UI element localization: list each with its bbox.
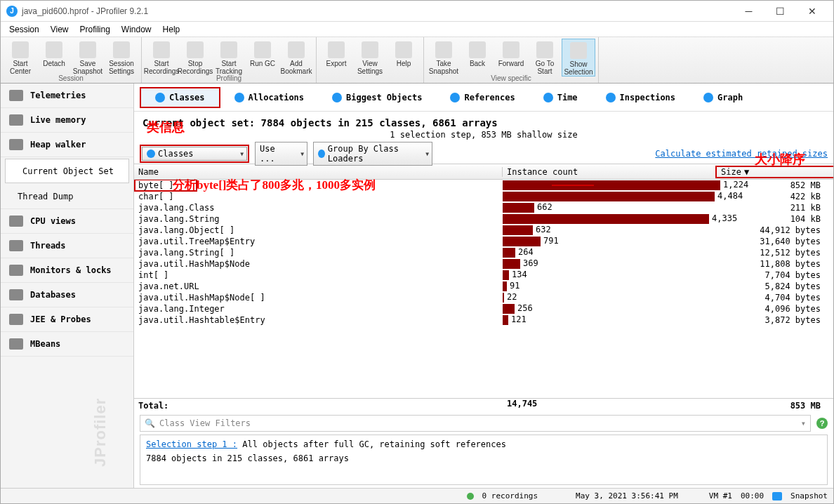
table-row[interactable]: byte[ ]1,224852 MB <box>134 180 833 191</box>
menu-view[interactable]: View <box>45 23 74 36</box>
tab-allocations[interactable]: Allocations <box>220 88 318 107</box>
show-selection-button[interactable]: Show Selection <box>562 39 595 77</box>
table-row[interactable]: java.lang.String[ ]26412,512 bytes <box>134 247 833 258</box>
take-snapshot-button[interactable]: Take Snapshot <box>427 39 461 75</box>
table-row[interactable]: java.util.HashMap$Node[ ]224,704 bytes <box>134 292 833 303</box>
table-row[interactable]: java.lang.Integer2564,096 bytes <box>134 303 833 314</box>
use-combo[interactable]: Use ... <box>255 142 307 166</box>
sidebar-item-databases[interactable]: Databases <box>1 283 133 307</box>
status-date: May 3, 2021 3:56:41 PM <box>576 491 678 500</box>
table-row[interactable]: java.lang.Object[ ]63244,912 bytes <box>134 225 833 236</box>
inspections-icon <box>606 93 616 102</box>
sidebar-item-heap-walker[interactable]: Heap walker <box>1 133 133 157</box>
minimize-button[interactable]: ─ <box>733 1 764 21</box>
heap-walker-icon <box>9 139 23 150</box>
save-snapshot-icon <box>79 41 96 58</box>
menubar: SessionViewProfilingWindowHelp <box>1 22 833 37</box>
sidebar-item-live-memory[interactable]: Live memory <box>1 108 133 133</box>
app-icon: J <box>6 6 18 17</box>
graph-icon <box>703 93 713 102</box>
col-size[interactable]: Size▼ <box>717 167 833 177</box>
group-by-classloaders-button[interactable]: Group By Class Loaders <box>313 142 432 166</box>
dropdown-icon: ▾ <box>801 418 806 428</box>
start-tracking-button[interactable]: Start Tracking <box>212 39 246 75</box>
calculate-retained-link[interactable]: Calculate estimated retained sizes <box>655 149 828 159</box>
tab-references[interactable]: References <box>436 88 529 107</box>
recordings-count: 0 recordings <box>482 491 538 500</box>
view-settings-button[interactable]: View Settings <box>353 39 387 75</box>
menu-window[interactable]: Window <box>116 23 157 36</box>
tab-biggest-objects[interactable]: Biggest Objects <box>318 88 436 107</box>
export-button[interactable]: Export <box>319 39 353 67</box>
help-icon <box>395 41 412 58</box>
close-button[interactable]: ✕ <box>796 1 828 21</box>
object-set-heading: Current object set: 7884 objects in 215 … <box>134 112 833 128</box>
tab-graph[interactable]: Graph <box>689 88 757 107</box>
cpu-views-icon <box>9 215 23 227</box>
help-icon[interactable]: ? <box>816 418 828 429</box>
start-center-icon <box>12 41 29 58</box>
detach-button[interactable]: Detach <box>37 39 71 67</box>
table-footer: Total: 14,745 853 MB <box>134 398 833 412</box>
col-instance-count[interactable]: Instance count <box>503 167 717 177</box>
go-to-start-icon <box>536 41 553 58</box>
table-row[interactable]: java.net.URL915,824 bytes <box>134 281 833 292</box>
back-button[interactable]: Back <box>461 39 494 67</box>
sidebar-item-cpu-views[interactable]: CPU views <box>1 209 133 234</box>
snapshot-icon <box>772 492 782 500</box>
table-row[interactable]: char[ ]4,484422 kB <box>134 191 833 202</box>
save-snapshot-button[interactable]: Save Snapshot <box>71 39 105 75</box>
classes-combo[interactable]: Classes <box>142 147 247 161</box>
sidebar-item-current-object-set[interactable]: Current Object Set <box>5 159 129 183</box>
run-gc-button[interactable]: Run GC <box>246 39 279 67</box>
table-row[interactable]: int[ ]1347,704 bytes <box>134 270 833 281</box>
go-to-start-button[interactable]: Go To Start <box>528 39 562 75</box>
menu-session[interactable]: Session <box>4 23 45 36</box>
tab-classes[interactable]: Classes <box>140 87 220 108</box>
subtabs: ClassesAllocationsBiggest ObjectsReferen… <box>134 84 833 112</box>
biggest-objects-icon <box>332 93 342 102</box>
class-view-filter[interactable]: 🔍 Class View Filters ▾ <box>140 415 811 432</box>
table-row[interactable]: java.util.Hashtable$Entry1213,872 bytes <box>134 314 833 326</box>
menu-help[interactable]: Help <box>157 23 186 36</box>
time-icon <box>543 93 553 102</box>
maximize-button[interactable]: ☐ <box>764 1 796 21</box>
stop-recordings-button[interactable]: Stop Recordings <box>178 39 212 75</box>
sidebar-item-jee-probes[interactable]: JEE & Probes <box>1 307 133 332</box>
jee-probes-icon <box>9 314 23 325</box>
help-button[interactable]: Help <box>387 39 421 67</box>
back-icon <box>469 41 486 58</box>
mbeans-icon <box>9 338 23 350</box>
sidebar-item-monitors-locks[interactable]: Monitors & locks <box>1 258 133 283</box>
sidebar-item-threads[interactable]: Threads <box>1 234 133 258</box>
table-row[interactable]: java.lang.String4,335104 kB <box>134 213 833 225</box>
status-snapshot: Snapshot <box>790 491 828 500</box>
add-bookmark-icon <box>288 41 305 58</box>
table-row[interactable]: java.lang.Class662211 kB <box>134 202 833 213</box>
sidebar: TelemetriesLive memoryHeap walkerCurrent… <box>1 84 134 488</box>
start-recordings-button[interactable]: Start Recordings <box>145 39 178 75</box>
sidebar-item-mbeans[interactable]: MBeans <box>1 332 133 357</box>
forward-button[interactable]: Forward <box>494 39 528 67</box>
object-set-subheading: 1 selection step, 853 MB shallow size <box>134 128 833 144</box>
recording-indicator-icon <box>467 493 474 500</box>
show-selection-icon <box>570 42 587 59</box>
titlebar: J java_pid600.hprof - JProfiler 9.2.1 ─ … <box>1 1 833 22</box>
databases-icon <box>9 289 23 300</box>
session-settings-button[interactable]: Session Settings <box>105 39 138 75</box>
tab-inspections[interactable]: Inspections <box>592 88 689 107</box>
table-row[interactable]: java.util.TreeMap$Entry79131,640 bytes <box>134 236 833 247</box>
status-vm: VM #1 <box>709 491 732 500</box>
table-row[interactable]: java.util.HashMap$Node36911,808 bytes <box>134 258 833 270</box>
add-bookmark-button[interactable]: Add Bookmark <box>279 39 313 75</box>
menu-profiling[interactable]: Profiling <box>74 23 116 36</box>
content: ClassesAllocationsBiggest ObjectsReferen… <box>134 84 833 488</box>
selection-step-link[interactable]: Selection step 1 : <box>146 439 237 449</box>
sidebar-item-telemetries[interactable]: Telemetries <box>1 84 133 108</box>
filter-bar: Classes Use ... Group By Class Loaders C… <box>134 144 833 164</box>
start-tracking-icon <box>220 41 237 58</box>
col-name[interactable]: Name <box>134 167 503 177</box>
tab-time[interactable]: Time <box>529 88 592 107</box>
sidebar-item-thread-dump[interactable]: Thread Dump <box>1 185 133 209</box>
start-center-button[interactable]: Start Center <box>4 39 37 75</box>
